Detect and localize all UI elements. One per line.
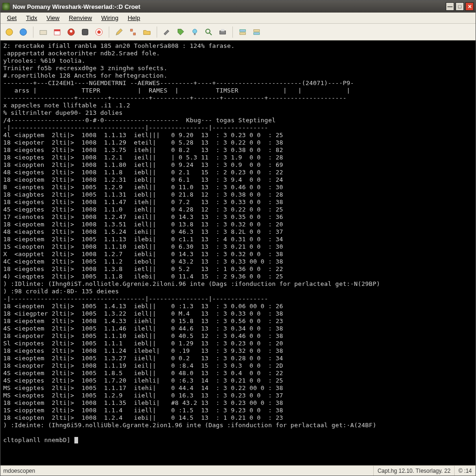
svg-rect-17: [221, 29, 224, 31]
svg-rect-11: [133, 33, 136, 35]
svg-rect-2: [40, 30, 46, 34]
svg-rect-16: [220, 31, 226, 34]
menu-wiring[interactable]: Wiring: [97, 13, 123, 23]
menu-view[interactable]: View: [42, 13, 64, 23]
menubar: Get Tidx View Renview Wiring Help: [0, 13, 476, 24]
menu-renview[interactable]: Renview: [64, 13, 97, 23]
hammer-icon[interactable]: [161, 26, 173, 38]
menu-help[interactable]: Help: [123, 13, 145, 23]
pencil-icon[interactable]: [113, 26, 125, 38]
minimize-button[interactable]: —: [446, 2, 454, 11]
svg-rect-13: [194, 33, 196, 35]
status-capture: Capt.hg 12.10. TIesorlagy. 22: [373, 466, 454, 476]
circle-red-icon[interactable]: [93, 26, 105, 38]
printer-icon[interactable]: [217, 26, 229, 38]
svg-rect-7: [82, 29, 88, 35]
svg-rect-10: [131, 29, 133, 31]
window-title: Now Pomany Wireshark-Wreserlad:-:D Croet: [13, 3, 444, 10]
menu-get[interactable]: Get: [2, 13, 21, 23]
svg-point-0: [6, 28, 13, 35]
svg-rect-4: [54, 29, 60, 31]
svg-rect-18: [240, 29, 246, 32]
layers-alt-icon[interactable]: [251, 26, 263, 38]
folder-open-icon[interactable]: [37, 26, 49, 38]
user-red-icon[interactable]: [65, 26, 77, 38]
world-yellow-icon[interactable]: [3, 26, 15, 38]
status-left: mdoescopen: [0, 468, 373, 474]
close-button[interactable]: ✕: [465, 2, 474, 11]
svg-rect-20: [254, 29, 260, 32]
folder-icon[interactable]: [141, 26, 153, 38]
bulb-icon[interactable]: [189, 26, 201, 38]
svg-line-15: [210, 33, 212, 35]
terminal-output[interactable]: Z: resctake ifiall ranbla 185 an20 Toohl…: [0, 40, 476, 465]
statusbar: mdoescopen Capt.hg 12.10. TIesorlagy. 22…: [0, 465, 476, 476]
maximize-button[interactable]: □: [456, 2, 464, 11]
svg-point-9: [97, 30, 100, 33]
toolbar: [0, 24, 476, 40]
calendar-icon[interactable]: [51, 26, 63, 38]
titlebar: Now Pomany Wireshark-Wreserlad:-:D Croet…: [0, 0, 476, 13]
app-icon: [2, 3, 10, 10]
world-blue-icon[interactable]: [17, 26, 29, 38]
svg-point-1: [20, 28, 26, 35]
disk-icon[interactable]: [79, 26, 91, 38]
svg-point-12: [193, 29, 197, 33]
layers-icon[interactable]: [237, 26, 249, 38]
tag-icon[interactable]: [175, 26, 187, 38]
magnifier-icon[interactable]: [203, 26, 215, 38]
menu-tidx[interactable]: Tidx: [21, 13, 42, 23]
svg-point-14: [206, 29, 210, 33]
struct-icon[interactable]: [127, 26, 139, 38]
svg-rect-21: [254, 32, 260, 34]
svg-point-6: [70, 30, 72, 32]
svg-rect-19: [240, 32, 246, 34]
status-time: © :14: [454, 466, 476, 476]
